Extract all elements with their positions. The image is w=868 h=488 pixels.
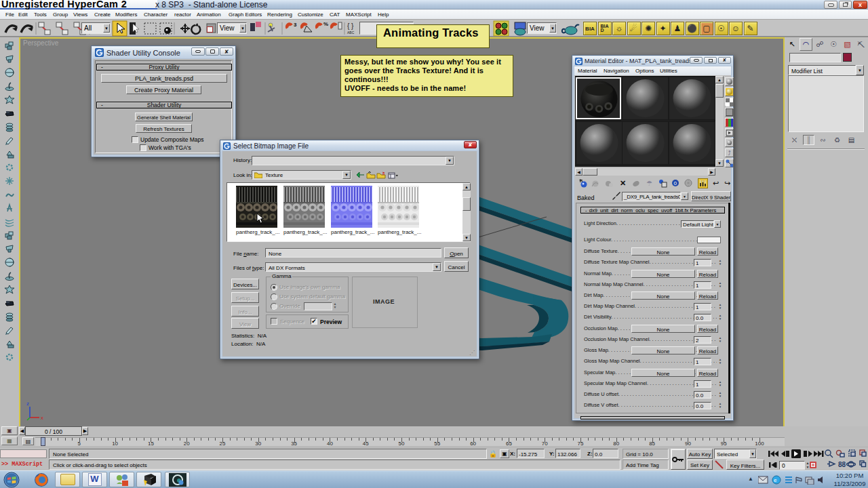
svg-text:%: % bbox=[323, 21, 328, 27]
svg-text:e: e bbox=[774, 477, 777, 483]
svg-text:0: 0 bbox=[674, 180, 677, 186]
svg-text:ABC: ABC bbox=[347, 30, 355, 35]
svg-text:x: x bbox=[41, 415, 43, 421]
svg-text:88: 88 bbox=[838, 461, 846, 468]
svg-text:z: z bbox=[26, 401, 29, 407]
svg-text:{ }: { } bbox=[347, 22, 354, 30]
svg-text:3: 3 bbox=[294, 22, 297, 28]
